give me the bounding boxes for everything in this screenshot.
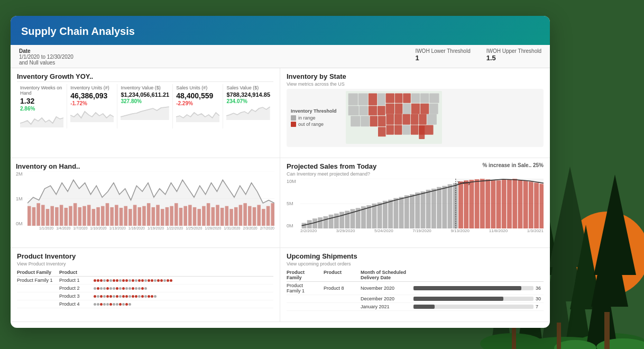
svg-rect-160 [496, 180, 501, 228]
date-note: and Null values [19, 60, 73, 66]
svg-rect-55 [386, 125, 394, 135]
svg-rect-60 [419, 125, 425, 139]
svg-rect-134 [366, 205, 371, 228]
col-dots-header [94, 270, 273, 275]
svg-rect-36 [368, 106, 376, 115]
metric-value-dollar: Inventory Value ($) $1,234,056,611.21 32… [117, 84, 173, 128]
projected-sales-title: Projected Sales from Today [287, 162, 376, 170]
main-grid: Inventory Growth YOY.. Inventory Weeks o… [11, 68, 550, 322]
iwoh-upper-threshold: IWOH Upper Threshold 1.5 [486, 48, 541, 62]
svg-marker-11 [570, 225, 602, 309]
inventory-state-panel: Inventory by State View metrics across t… [280, 68, 550, 158]
svg-rect-147 [437, 187, 441, 228]
metric-value-4: $788,324,914.85 [226, 91, 270, 98]
svg-rect-140 [399, 197, 404, 228]
metric-label-1: Inventory Units (#) [70, 85, 114, 90]
svg-rect-25 [358, 94, 367, 106]
product-row-1: Product Family 1 Product 1 [17, 277, 273, 284]
iwoh-lower-label: IWOH Lower Threshold [415, 48, 470, 54]
product-inventory-panel: Product Inventory View Product Inventory… [11, 248, 280, 322]
svg-rect-34 [348, 106, 358, 115]
svg-rect-163 [512, 179, 517, 228]
shipments-table-header: ProductFamily Product Month of Scheduled… [287, 269, 544, 282]
svg-rect-167 [534, 182, 539, 228]
svg-rect-166 [529, 181, 533, 228]
product-table-header: Product Family Product [17, 269, 273, 277]
metric-change-3: -2.29% [176, 100, 219, 106]
svg-rect-49 [394, 114, 402, 125]
sparkline-3 [176, 107, 219, 122]
svg-rect-125 [318, 217, 323, 228]
ps-x-labels: 2/2/2020 3/29/2020 5/24/2020 7/19/2020 9… [300, 228, 544, 237]
svg-rect-154 [464, 180, 468, 228]
inventory-growth-title: Inventory Growth YOY.. [17, 72, 273, 80]
svg-rect-22 [512, 328, 516, 349]
svg-rect-53 [427, 114, 436, 125]
ship-col-product-header: Product [324, 270, 361, 280]
svg-rect-30 [403, 94, 411, 103]
metric-value-1: 46,386,093 [70, 91, 114, 100]
svg-rect-32 [420, 94, 429, 103]
product-row-2: Product 2 [17, 284, 273, 292]
svg-rect-56 [394, 125, 402, 135]
legend-out-range: out of range [291, 122, 337, 127]
sparkline-0 [20, 113, 63, 127]
dashboard-header: Supply Chain Analysis [11, 16, 550, 45]
ship-col-bar-header [413, 270, 544, 280]
inventory-hand-panel: Inventory on Hand.. 2M 1M 0M [11, 158, 280, 248]
sparkline-4 [226, 105, 270, 120]
ioh-chart-svg [27, 171, 274, 226]
svg-rect-39 [394, 104, 402, 114]
svg-rect-143 [415, 192, 420, 228]
svg-rect-31 [411, 94, 419, 103]
ship-row-3: January 2021 7 [287, 303, 544, 311]
svg-rect-145 [426, 190, 431, 228]
legend-in-range-label: in range [298, 115, 316, 121]
inventory-growth-panel: Inventory Growth YOY.. Inventory Weeks o… [11, 68, 280, 158]
svg-rect-135 [372, 204, 376, 228]
svg-rect-29 [394, 94, 402, 103]
legend-title: Inventory Threshold [291, 108, 337, 114]
metric-change-4: 234.07% [226, 98, 270, 104]
svg-rect-45 [361, 116, 369, 126]
legend-dot-red [291, 122, 296, 127]
svg-rect-164 [518, 180, 522, 228]
ps-increase-value: 25% [533, 162, 544, 168]
svg-rect-43 [429, 104, 438, 114]
svg-rect-33 [429, 94, 439, 103]
svg-rect-51 [410, 114, 418, 125]
metric-value-0: 1.32 [20, 97, 63, 105]
projected-sales-subtitle: Can Inventory meet projected demand? [287, 171, 376, 177]
date-range: 1/1/2020 to 12/30/2020 [19, 54, 73, 60]
product-inventory-subtitle: View Product Inventory [17, 261, 273, 267]
svg-rect-157 [480, 179, 485, 228]
y-axis-labels: 2M 1M 0M [16, 171, 26, 226]
svg-rect-168 [539, 183, 544, 228]
svg-rect-141 [404, 195, 409, 228]
date-label: Date [19, 48, 73, 54]
map-legend: Inventory Threshold in range out of rang… [291, 108, 337, 128]
product-inventory-title: Product Inventory [17, 252, 273, 260]
inventory-state-subtitle: View metrics across the US [287, 81, 544, 87]
metric-weeks-on-hand: Inventory Weeks on Hand 1.32 2.86% [17, 84, 67, 128]
upcoming-shipments-title: Upcoming Shipments [287, 252, 544, 260]
product-row-4: Product 4 [17, 300, 273, 308]
us-map-svg [341, 91, 447, 144]
svg-rect-165 [523, 180, 528, 228]
metric-sales-units: Sales Units (#) 48,400,559 -2.29% [173, 84, 223, 128]
metric-sales-value: Sales Value ($) $788,324,914.85 234.07% [223, 84, 273, 128]
col-family-header: Product Family [17, 270, 59, 275]
ps-increase: % increase in Sale.. 25% [482, 162, 544, 168]
svg-rect-129 [339, 212, 344, 228]
inventory-hand-chart: 2M 1M 0M [16, 171, 274, 235]
svg-rect-156 [475, 179, 480, 228]
metric-change-1: -1.72% [70, 100, 114, 106]
svg-rect-128 [334, 214, 339, 228]
iwoh-upper-label: IWOH Upper Threshold [486, 48, 541, 54]
svg-rect-149 [448, 184, 453, 228]
col-product-header: Product [59, 270, 94, 275]
metrics-row: Inventory Weeks on Hand 1.32 2.86% Inven… [17, 81, 273, 128]
svg-rect-54 [378, 127, 386, 136]
ps-chart-container: 10M 5M 0M [287, 179, 544, 237]
page-title: Supply Chain Analysis [21, 25, 539, 38]
